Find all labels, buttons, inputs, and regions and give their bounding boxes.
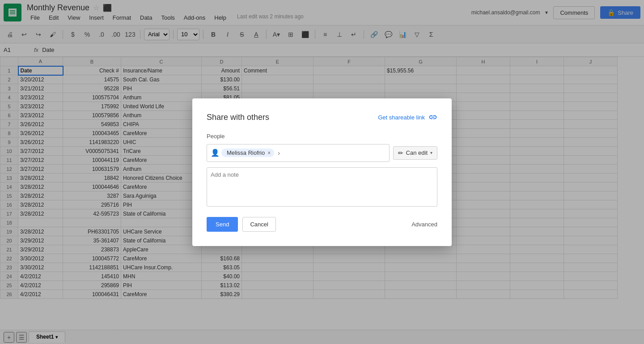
modal-title: Share with others (207, 113, 269, 122)
share-modal: Share with others Get shareable link Peo… (192, 98, 452, 246)
can-edit-dropdown-icon: ▾ (430, 150, 432, 155)
can-edit-button[interactable]: ✏ Can edit ▾ (393, 146, 437, 160)
person-chip: Melissa Riofrio × (221, 149, 274, 157)
people-input-box[interactable]: 👤 Melissa Riofrio × › (207, 144, 390, 162)
pencil-icon: ✏ (398, 149, 403, 157)
shareable-link-button[interactable]: Get shareable link (378, 113, 437, 122)
advanced-link[interactable]: Advanced (411, 221, 437, 228)
chip-remove-button[interactable]: × (267, 150, 271, 156)
modal-footer-buttons: Send Cancel (207, 217, 276, 232)
note-textarea[interactable] (207, 167, 437, 207)
link-icon (428, 113, 437, 122)
modal-overlay[interactable]: Share with others Get shareable link Peo… (0, 0, 644, 344)
chip-expand-icon[interactable]: › (278, 149, 280, 157)
cancel-button[interactable]: Cancel (242, 217, 275, 232)
modal-footer: Send Cancel Advanced (207, 217, 437, 232)
people-label: People (207, 133, 437, 140)
can-edit-label: Can edit (406, 149, 428, 156)
people-input-row: 👤 Melissa Riofrio × › ✏ Can edit ▾ (207, 144, 437, 162)
send-button[interactable]: Send (207, 217, 238, 232)
shareable-link-label: Get shareable link (378, 114, 425, 121)
modal-header: Share with others Get shareable link (207, 113, 437, 122)
chip-name: Melissa Riofrio (227, 149, 265, 156)
person-avatar-icon: 👤 (211, 149, 220, 157)
